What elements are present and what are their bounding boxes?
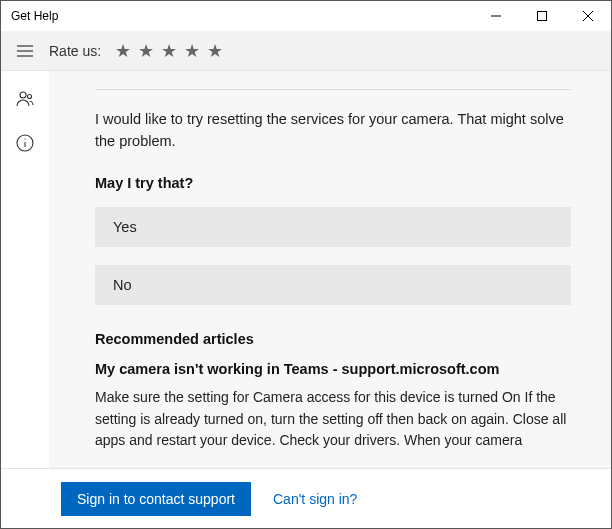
svg-rect-1 (538, 12, 547, 21)
star-icon[interactable]: ★ (115, 42, 131, 60)
close-button[interactable] (565, 1, 611, 31)
option-yes-button[interactable]: Yes (95, 207, 571, 247)
svg-point-7 (20, 92, 26, 98)
footer: Sign in to contact support Can't sign in… (1, 468, 611, 528)
window-title: Get Help (1, 9, 58, 23)
article-text: Make sure the setting for Camera access … (95, 387, 571, 452)
hamburger-icon[interactable] (15, 41, 35, 61)
rating-stars: ★ ★ ★ ★ ★ (115, 42, 223, 60)
divider (95, 89, 571, 90)
star-icon[interactable]: ★ (207, 42, 223, 60)
titlebar: Get Help (1, 1, 611, 31)
option-no-button[interactable]: No (95, 265, 571, 305)
content-area: I would like to try resetting the servic… (49, 71, 611, 469)
sidebar (1, 71, 49, 469)
assistant-question: May I try that? (95, 175, 571, 191)
rate-bar: Rate us: ★ ★ ★ ★ ★ (1, 31, 611, 71)
cant-signin-link[interactable]: Can't sign in? (273, 491, 357, 507)
rate-label: Rate us: (49, 43, 101, 59)
window-controls (473, 1, 611, 31)
article-title[interactable]: My camera isn't working in Teams - suppo… (95, 361, 571, 377)
minimize-button[interactable] (473, 1, 519, 31)
recommended-heading: Recommended articles (95, 331, 571, 347)
svg-point-11 (24, 138, 25, 139)
maximize-button[interactable] (519, 1, 565, 31)
body-area: I would like to try resetting the servic… (1, 71, 611, 469)
star-icon[interactable]: ★ (184, 42, 200, 60)
signin-button[interactable]: Sign in to contact support (61, 482, 251, 516)
contact-icon[interactable] (15, 89, 35, 109)
star-icon[interactable]: ★ (161, 42, 177, 60)
svg-point-8 (28, 95, 32, 99)
info-icon[interactable] (15, 133, 35, 153)
star-icon[interactable]: ★ (138, 42, 154, 60)
assistant-message: I would like to try resetting the servic… (95, 108, 571, 153)
